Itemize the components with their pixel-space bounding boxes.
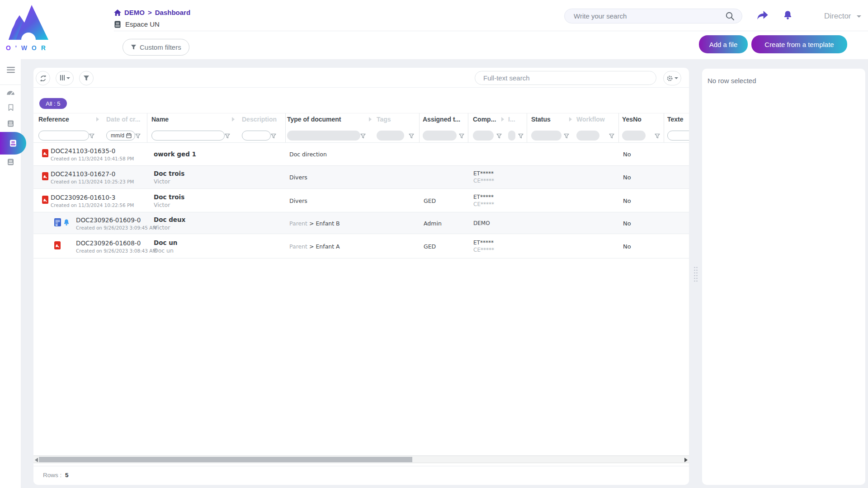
top-header: O ' W O R K DEMO > Dashboard Espace UN xyxy=(0,0,868,59)
column-filter-funnel-icon[interactable] xyxy=(360,132,366,141)
type-parent-text: Parent xyxy=(289,220,309,226)
column-header-tags[interactable]: Tags xyxy=(377,116,391,123)
cell-company: DEMO xyxy=(473,220,490,226)
chevron-down-icon xyxy=(675,77,678,79)
column-header-assigned[interactable]: Assigned t... xyxy=(423,116,460,123)
funnel-icon xyxy=(271,133,276,139)
custom-filters-button[interactable]: Custom filters xyxy=(123,39,189,56)
column-filter-funnel-icon[interactable] xyxy=(409,132,414,141)
column-filter-funnel-icon[interactable] xyxy=(564,132,569,141)
breadcrumb-current[interactable]: Dashboard xyxy=(155,9,190,16)
app-logo[interactable]: O ' W O R K xyxy=(6,3,49,57)
panel-resize-handle[interactable] xyxy=(693,266,698,282)
table-settings-button[interactable] xyxy=(663,71,681,85)
column-filter-funnel-icon[interactable] xyxy=(496,132,502,141)
type-text: Divers xyxy=(289,174,307,181)
funnel-icon xyxy=(89,133,94,139)
global-search-input[interactable] xyxy=(574,9,723,23)
column-header-texte[interactable]: Texte xyxy=(667,116,684,123)
sidebar-menu-toggle[interactable] xyxy=(0,63,21,77)
search-icon[interactable] xyxy=(725,11,735,21)
table-row[interactable]: DOC230926-01610-3Created on 11/3/2024 10… xyxy=(33,189,689,212)
filter-input-date[interactable]: mm/d xyxy=(106,131,135,141)
column-filter-funnel-icon[interactable] xyxy=(271,132,276,141)
user-menu-label: Director xyxy=(824,12,851,21)
column-filter-funnel-icon[interactable] xyxy=(609,132,614,141)
table-row[interactable]: DOC230926-01608-0Created on 9/26/2023 3:… xyxy=(33,234,689,258)
sidebar-item-bookmarks[interactable] xyxy=(0,101,21,114)
filter-button[interactable] xyxy=(79,71,94,85)
column-filter-funnel-icon[interactable] xyxy=(459,132,464,141)
pdf-icon xyxy=(42,196,48,204)
doc-icon: w xyxy=(54,218,61,226)
column-header-workflow[interactable]: Workflow xyxy=(576,116,605,123)
columns-button[interactable] xyxy=(56,71,74,85)
breadcrumb-separator: > xyxy=(148,9,152,16)
column-header-status[interactable]: Status xyxy=(531,116,551,123)
column-header-description[interactable]: Description xyxy=(242,116,277,123)
column-filter-funnel-icon[interactable] xyxy=(655,132,660,141)
name-text: Doc trois xyxy=(154,193,184,200)
pdf-icon xyxy=(42,172,48,180)
name-subtext: Victor xyxy=(154,178,184,185)
cell-assigned: GED xyxy=(424,197,436,204)
reference-text: DOC230926-01608-0 xyxy=(76,239,157,246)
column-filter-funnel-icon[interactable] xyxy=(225,132,230,141)
row-notification-bell-icon xyxy=(63,219,70,228)
filter-input-texte[interactable] xyxy=(667,131,689,141)
scrollbar-thumb[interactable] xyxy=(39,457,412,462)
fulltext-search-input[interactable] xyxy=(483,71,646,84)
fulltext-search xyxy=(475,71,656,85)
column-header-name[interactable]: Name xyxy=(151,116,169,123)
reference-text: DOC230926-01609-0 xyxy=(76,216,157,223)
column-header-i[interactable]: I... xyxy=(508,116,515,123)
column-filter-funnel-icon[interactable] xyxy=(89,132,94,141)
breadcrumb-root[interactable]: DEMO xyxy=(124,9,145,16)
filter-input-assigned xyxy=(423,131,457,141)
column-header-date[interactable]: Date of cr... xyxy=(106,116,140,123)
column-header-comp[interactable]: Comp... xyxy=(473,116,496,123)
date-filter-placeholder: mm/d xyxy=(111,132,124,139)
table-row[interactable]: DOC241103-01627-0Created on 11/3/2024 10… xyxy=(33,166,689,189)
detail-panel: No row selected xyxy=(702,69,865,485)
cell-yesno: No xyxy=(623,151,631,158)
chevron-down-icon xyxy=(857,15,861,18)
filter-input-description[interactable] xyxy=(242,131,271,141)
name-text: Doc un xyxy=(154,239,177,246)
column-header-yesno[interactable]: YesNo xyxy=(622,116,642,123)
sidebar-item-dashboard[interactable] xyxy=(0,86,21,100)
sidebar-item-documents-active[interactable] xyxy=(0,132,26,155)
scroll-right-arrow-icon[interactable] xyxy=(684,458,688,462)
home-icon[interactable] xyxy=(114,9,121,16)
company-subtext: CE***** xyxy=(473,178,494,184)
rows-label: Rows : xyxy=(43,472,61,479)
table-footer: Rows : 5 xyxy=(33,466,689,485)
filter-input-name[interactable] xyxy=(151,131,225,141)
share-icon[interactable] xyxy=(757,10,769,22)
user-menu[interactable]: Director xyxy=(824,12,861,21)
column-filter-funnel-icon[interactable] xyxy=(518,132,524,141)
column-header-type[interactable]: Type of document xyxy=(287,116,341,123)
sidebar-item-library[interactable] xyxy=(0,117,21,130)
cell-yesno: No xyxy=(623,243,631,249)
notifications-bell-icon[interactable] xyxy=(782,9,793,23)
table-row[interactable]: wDOC230926-01609-0Created on 9/26/2023 3… xyxy=(33,212,689,234)
sidebar-item-archive[interactable] xyxy=(0,155,21,169)
calendar-icon xyxy=(126,133,132,138)
filter-input-yesno xyxy=(622,131,646,141)
space-label[interactable]: Espace UN xyxy=(125,20,160,28)
refresh-button[interactable] xyxy=(36,71,50,85)
created-text: Created on 11/3/2024 10:25:23 PM xyxy=(51,179,134,184)
cell-name: owork ged 1 xyxy=(154,150,196,158)
table-row[interactable]: DOC241103-01635-0Created on 11/3/2024 10… xyxy=(33,143,689,166)
create-template-button[interactable]: Create from a template xyxy=(751,35,847,53)
column-filter-funnel-icon[interactable] xyxy=(135,132,141,141)
add-file-button[interactable]: Add a file xyxy=(699,35,748,53)
filter-badge[interactable]: All : 5 xyxy=(39,98,67,109)
column-header-reference[interactable]: Reference xyxy=(38,116,69,123)
filter-input-reference[interactable] xyxy=(38,131,89,141)
cell-reference: DOC241103-01635-0Created on 11/3/2024 10… xyxy=(51,147,134,161)
header-divider xyxy=(114,31,868,31)
scroll-left-arrow-icon[interactable] xyxy=(35,458,38,462)
horizontal-scrollbar[interactable] xyxy=(33,455,689,463)
